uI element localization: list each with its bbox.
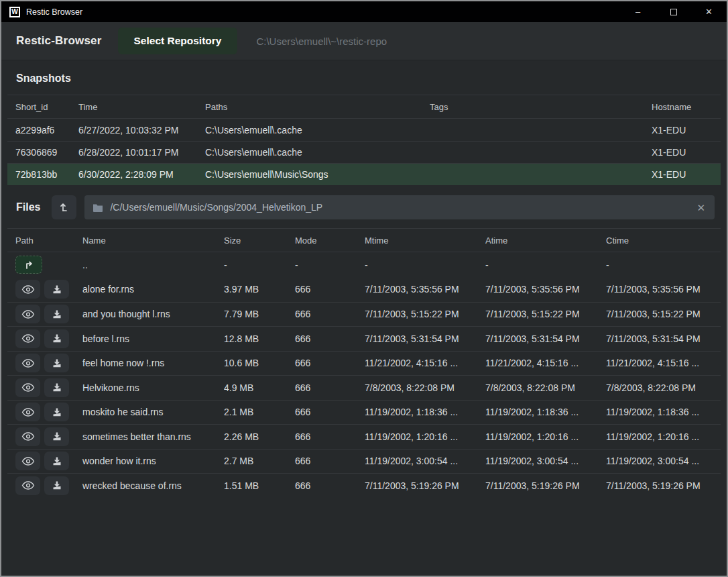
download-file-button[interactable] (44, 403, 69, 421)
app-window: W Restic Browser – ✕ Restic-Browser Sele… (0, 0, 728, 577)
file-name: wrecked because of.rns (82, 480, 224, 491)
file-ctime: 11/19/2002, 1:18:36 ... (606, 407, 713, 417)
file-name: and you thought l.rns (82, 309, 224, 319)
preview-file-button[interactable] (15, 403, 40, 421)
snapshot-short-id: a2299af6 (15, 125, 78, 136)
files-table-header: Path Name Size Mode Mtime Atime Ctime (7, 228, 721, 252)
file-mtime: 11/19/2002, 1:18:36 ... (365, 407, 485, 417)
preview-file-button[interactable] (15, 354, 40, 372)
file-name: before l.rns (82, 333, 224, 344)
file-mode: 666 (295, 480, 365, 491)
file-size: 1.51 MB (224, 480, 295, 491)
download-file-button[interactable] (44, 305, 69, 323)
snapshots-table-header: Short_id Time Paths Tags Hostname (7, 95, 721, 119)
eye-icon (21, 334, 35, 343)
titlebar: W Restic Browser – ✕ (1, 1, 727, 22)
preview-file-button[interactable] (15, 427, 40, 446)
close-button[interactable]: ✕ (691, 1, 727, 22)
snapshot-hostname: X1-EDU (652, 147, 713, 158)
snapshot-row[interactable]: 72b813bb 6/30/2022, 2:28:09 PM C:\Users\… (7, 163, 721, 185)
close-icon: ✕ (705, 7, 713, 17)
file-ctime: 7/11/2003, 5:31:54 PM (606, 333, 713, 344)
snapshot-row[interactable]: 76306869 6/28/2022, 10:01:17 PM C:\Users… (7, 141, 721, 163)
file-name: .. (82, 260, 224, 270)
file-ctime: 7/11/2003, 5:19:26 PM (606, 480, 713, 491)
files-bar: Files /C/Users/emuell/Music/Songs/2004_H… (1, 185, 727, 228)
preview-file-button[interactable] (15, 452, 40, 470)
file-mtime: 11/19/2002, 1:20:16 ... (365, 431, 485, 442)
maximize-button[interactable] (656, 1, 691, 22)
file-ctime: 11/19/2002, 1:20:16 ... (606, 431, 713, 442)
preview-file-button[interactable] (15, 378, 40, 397)
file-atime: 7/11/2003, 5:19:26 PM (485, 480, 606, 491)
col-tags: Tags (430, 102, 652, 112)
file-ctime: 11/21/2002, 4:15:16 ... (606, 358, 713, 368)
eye-icon (21, 457, 35, 466)
parent-directory-row: .. - - - - - (7, 252, 721, 277)
preview-file-button[interactable] (15, 476, 40, 495)
snapshot-row[interactable]: a2299af6 6/27/2022, 10:03:32 PM C:\Users… (7, 119, 721, 141)
file-name: Helvikone.rns (82, 382, 224, 393)
eye-icon (21, 481, 35, 490)
snapshots-table: Short_id Time Paths Tags Hostname a2299a… (7, 95, 721, 185)
file-size: 12.8 MB (224, 333, 295, 344)
minimize-button[interactable]: – (620, 1, 656, 22)
download-file-button[interactable] (44, 452, 69, 470)
maximize-icon (670, 9, 677, 15)
snapshot-short-id: 76306869 (15, 147, 78, 158)
preview-file-button[interactable] (15, 305, 40, 323)
file-mode: 666 (295, 382, 365, 393)
file-mode: 666 (295, 456, 365, 466)
select-repository-button[interactable]: Select Repository (118, 28, 238, 54)
file-size: 4.9 MB (224, 382, 295, 393)
file-atime: 7/11/2003, 5:35:56 PM (485, 284, 606, 295)
download-file-button[interactable] (44, 280, 69, 299)
col-name: Name (82, 235, 224, 246)
snapshot-paths: C:\Users\emuell\.cache (205, 125, 430, 136)
app-header: Restic-Browser Select Repository C:\User… (1, 22, 727, 60)
file-row: Helvikone.rns 4.9 MB 666 7/8/2003, 8:22:… (7, 375, 721, 400)
download-file-button[interactable] (44, 427, 69, 446)
file-mtime: 7/11/2003, 5:35:56 PM (365, 284, 485, 295)
snapshot-hostname: X1-EDU (652, 169, 713, 180)
download-file-button[interactable] (44, 378, 69, 397)
file-mode: 666 (295, 407, 365, 417)
file-mtime: - (365, 260, 485, 270)
file-row: wrecked because of.rns 1.51 MB 666 7/11/… (7, 473, 721, 498)
file-name: sometimes better than.rns (82, 431, 224, 442)
file-row: alone for.rns 3.97 MB 666 7/11/2003, 5:3… (7, 277, 721, 302)
download-file-button[interactable] (44, 354, 69, 372)
file-ctime: 7/11/2003, 5:15:22 PM (606, 309, 713, 319)
files-rows: alone for.rns 3.97 MB 666 7/11/2003, 5:3… (7, 277, 721, 498)
files-title: Files (16, 201, 40, 213)
file-mtime: 7/8/2003, 8:22:08 PM (365, 382, 485, 393)
folder-icon (93, 203, 103, 212)
parent-directory-button[interactable] (52, 195, 76, 219)
arrow-up-right-icon (24, 260, 34, 270)
level-up-icon (59, 202, 70, 213)
snapshot-paths: C:\Users\emuell\Music\Songs (205, 169, 430, 180)
file-size: 7.79 MB (224, 309, 295, 319)
file-mtime: 11/19/2002, 3:00:54 ... (365, 456, 485, 466)
download-file-button[interactable] (44, 476, 69, 495)
col-size: Size (224, 235, 295, 246)
download-icon (52, 408, 62, 417)
download-file-button[interactable] (44, 329, 69, 348)
clear-path-button[interactable]: ✕ (695, 203, 707, 213)
file-size: 2.7 MB (224, 456, 295, 466)
file-ctime: 7/11/2003, 5:35:56 PM (606, 284, 713, 295)
download-icon (52, 334, 62, 343)
file-mtime: 7/11/2003, 5:31:54 PM (365, 333, 485, 344)
col-hostname: Hostname (652, 102, 713, 112)
file-row: before l.rns 12.8 MB 666 7/11/2003, 5:31… (7, 326, 721, 351)
go-up-button[interactable] (15, 256, 42, 274)
file-size: 2.1 MB (224, 407, 295, 417)
file-mtime: 11/21/2002, 4:15:16 ... (365, 358, 485, 368)
col-ctime: Ctime (606, 235, 713, 246)
repository-path: C:\Users\emuell\~\restic-repo (256, 36, 387, 47)
path-input[interactable]: /C/Users/emuell/Music/Songs/2004_Helveti… (84, 195, 715, 219)
file-name: feel home now !.rns (82, 358, 224, 368)
preview-file-button[interactable] (15, 280, 40, 299)
preview-file-button[interactable] (15, 329, 40, 348)
download-icon (52, 383, 62, 392)
